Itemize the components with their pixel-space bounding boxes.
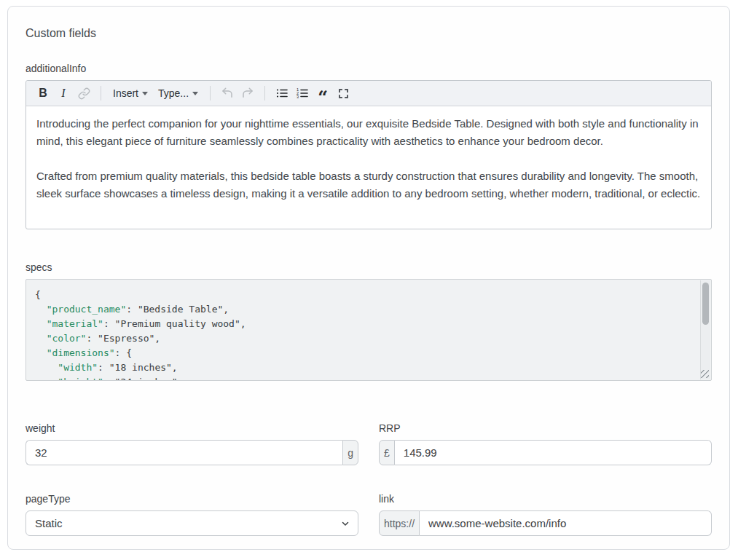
ordered-list-icon: 123 [296,87,309,100]
specs-code: { "product_name": "Bedside Table", "mate… [26,280,711,381]
redo-button[interactable] [238,83,257,103]
bullet-list-button[interactable] [272,83,291,103]
editor-paragraph: Crafted from premium quality materials, … [36,167,701,202]
pagetype-label: pageType [25,493,358,505]
chevron-down-icon [192,92,198,95]
weight-input[interactable] [25,440,342,465]
blockquote-icon: “ [318,85,328,101]
pagetype-select[interactable]: Static [25,510,358,536]
editor-content[interactable]: Introducing the perfect companion for yo… [26,106,711,229]
redo-icon [241,87,254,100]
ordered-list-button[interactable]: 123 [293,83,312,103]
undo-button[interactable] [218,83,237,103]
card-title: Custom fields [25,27,712,40]
editor-paragraph: Introducing the perfect companion for yo… [36,115,701,150]
link-icon [78,87,90,100]
link-field-group: link https:// [379,493,712,536]
rrp-label: RRP [379,422,712,434]
type-dropdown[interactable]: Type... [154,83,203,103]
bold-button[interactable]: B [34,83,52,103]
type-dropdown-label: Type... [158,87,189,99]
weight-unit-addon: g [342,440,358,465]
toolbar-divider [101,86,101,100]
editor-toolbar: B I Insert Type... [26,81,711,106]
specs-label: specs [25,261,712,273]
rrp-input[interactable] [395,440,712,465]
svg-text:3: 3 [297,95,299,99]
resize-handle[interactable] [701,370,709,378]
insert-dropdown-label: Insert [113,87,138,99]
link-protocol-addon: https:// [379,510,420,536]
undo-icon [221,87,234,100]
link-label: link [379,493,712,505]
code-block-button[interactable] [334,83,353,103]
rich-text-editor: B I Insert Type... [25,80,712,229]
insert-dropdown[interactable]: Insert [109,83,152,103]
weight-field-group: weight g [25,422,358,465]
specs-scrollbar[interactable] [700,280,710,379]
custom-fields-card: Custom fields additionalInfo B I Insert … [7,6,730,550]
chevron-down-icon [142,92,148,95]
weight-label: weight [25,422,358,434]
additionalinfo-label: additionalInfo [25,63,712,74]
toolbar-divider [210,86,211,100]
specs-scrollbar-thumb[interactable] [702,283,709,325]
pagetype-field-group: pageType Static [25,493,358,536]
link-input[interactable] [420,510,712,536]
bullet-list-icon [275,87,288,100]
link-button[interactable] [74,83,93,103]
specs-textarea[interactable]: { "product_name": "Bedside Table", "mate… [25,279,712,381]
italic-button[interactable]: I [54,83,73,103]
dashed-square-icon [339,89,348,98]
toolbar-divider [264,86,265,100]
rrp-field-group: RRP £ [379,422,712,465]
blockquote-button[interactable]: “ [313,83,332,103]
rrp-currency-addon: £ [379,440,395,465]
